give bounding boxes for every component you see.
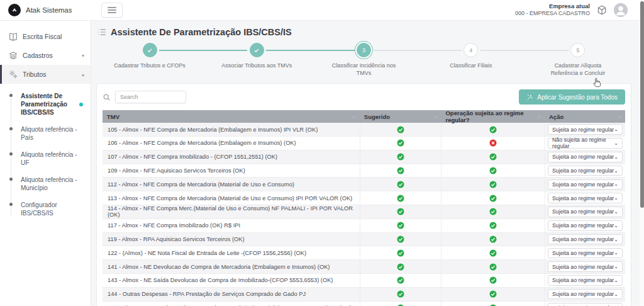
acao-select-value: Sujeita ao regime regular	[552, 127, 614, 133]
acao-select[interactable]: Sujeita ao regime regular⌄	[548, 261, 623, 272]
page-header: Assistente De Parametrização IBS/CBS/IS	[96, 27, 631, 37]
apply-suggestion-all-button[interactable]: Aplicar Sugestão para Todos	[519, 89, 625, 105]
content-card: Aplicar Sugestão para Todos TMV ↓↑ Suger…	[96, 83, 631, 306]
chevron-down-icon: ⌄	[614, 181, 618, 187]
chevron-down-icon: ⌄	[614, 292, 618, 297]
layers-icon	[8, 51, 18, 60]
check-circle-icon	[360, 246, 441, 259]
topbar: Atak Sistemas Empresa atual 000 - EMPRES…	[0, 0, 644, 21]
sidebar-toggle-button[interactable]	[101, 3, 123, 18]
acao-cell: Sujeita ao regime regular⌄	[545, 191, 625, 205]
step-label: Cadastrar Alíquota Referência e Concluir	[540, 62, 616, 77]
scrollbar-thumb[interactable]	[640, 1, 644, 208]
list-icon	[97, 28, 106, 36]
magic-wand-icon	[526, 94, 533, 101]
bullet-icon	[9, 127, 13, 130]
company-switch-icon[interactable]	[596, 4, 608, 16]
sidebar-item-escrita-fiscal[interactable]: Escrita Fiscal	[0, 27, 91, 46]
sidebar-subitem[interactable]: Aliquota referência - UF	[0, 146, 91, 171]
acao-select-value: Sujeita ao regime regular	[552, 264, 614, 270]
acao-cell: Não sujeita ao regime regular⌄	[545, 137, 625, 150]
tmv-cell: 143 - Almox - NE Saída Devolucao de Comp…	[103, 274, 360, 287]
check-circle-icon	[441, 246, 545, 259]
tmv-cell: 122 - (Almox) - NE Nota Fiscal de Entrad…	[103, 246, 360, 259]
column-header-operacao[interactable]: Operação sujeita ao regime regular? ↓↑	[441, 110, 545, 123]
acao-select[interactable]: Sujeita ao regime regular⌄	[548, 248, 623, 259]
check-circle-icon	[360, 233, 441, 246]
sidebar-subitem[interactable]: Aliquota referência - Município	[0, 171, 91, 196]
acao-cell: Sujeita ao regime regular⌄	[545, 288, 625, 301]
sidebar: Escrita Fiscal Cadastros ▾ Tributos ▴ As…	[0, 21, 91, 306]
acao-cell: Sujeita ao regime regular⌄	[545, 246, 625, 259]
wizard-step-3[interactable]: 3Classificar Incidência nos TMVs	[310, 43, 417, 77]
sort-icon[interactable]: ↓↑	[618, 115, 621, 119]
search-input[interactable]	[115, 91, 186, 103]
acao-select[interactable]: Sujeita ao regime regular⌄	[548, 166, 623, 176]
step-check-icon[interactable]	[250, 43, 264, 57]
table-row: 145 - Almox - NF Devolucao de Compra de …	[103, 302, 625, 306]
bullet-icon	[9, 178, 13, 181]
sidebar-subitem[interactable]: Aliquota referência - País	[0, 121, 91, 146]
acao-cell: Sujeita ao regime regular⌄	[545, 205, 625, 218]
step-number[interactable]: 5	[570, 43, 585, 57]
check-circle-icon	[360, 219, 441, 232]
wizard-step-5[interactable]: 5Cadastrar Alíquota Referência e Conclui…	[525, 43, 631, 77]
acao-cell: Sujeita ao regime regular⌄	[545, 123, 625, 136]
wizard-step-1[interactable]: Cadastrar Tributos e CFOPs	[96, 43, 203, 77]
table-row: 144 - Outras Despesas - RPA Prestação de…	[103, 288, 625, 302]
chevron-down-icon: ⌄	[614, 209, 618, 215]
acao-select[interactable]: Sujeita ao regime regular⌄	[548, 303, 623, 306]
acao-select[interactable]: Sujeita ao regime regular⌄	[548, 152, 623, 162]
user-avatar[interactable]	[614, 3, 628, 17]
acao-select-value: Sujeita ao regime regular	[552, 277, 614, 283]
acao-select[interactable]: Sujeita ao regime regular⌄	[548, 207, 623, 217]
sidebar-subitem-label: Aliquota referência - UF	[21, 150, 84, 167]
sidebar-subitem-label: Aliquota referência - Município	[21, 176, 84, 192]
column-header-tmv[interactable]: TMV ↓↑	[103, 113, 360, 120]
acao-cell: Sujeita ao regime regular⌄	[545, 219, 625, 232]
acao-cell: Sujeita ao regime regular⌄	[545, 302, 625, 306]
chevron-up-icon: ▴	[82, 72, 84, 77]
acao-select-value: Sujeita ao regime regular	[552, 222, 614, 229]
sort-icon[interactable]: ↓↑	[433, 115, 436, 119]
acao-select[interactable]: Sujeita ao regime regular⌄	[548, 275, 623, 286]
check-circle-icon	[441, 219, 545, 232]
brand: Atak Sistemas	[0, 4, 91, 16]
sidebar-subitem[interactable]: Assistente De Parametrização IBS/CBS/IS	[0, 88, 91, 121]
acao-select-value: Sujeita ao regime regular	[552, 195, 614, 201]
step-check-icon[interactable]	[143, 43, 157, 57]
acao-select[interactable]: Sujeita ao regime regular⌄	[548, 179, 623, 190]
company-value: 000 - EMPRESA CADASTRO	[515, 10, 590, 17]
chevron-down-icon: ⌄	[614, 250, 618, 256]
column-header-acao[interactable]: Ação ↓↑	[545, 113, 625, 120]
sort-icon[interactable]: ↓↑	[537, 115, 540, 119]
brand-name: Atak Sistemas	[26, 6, 72, 14]
check-circle-icon	[360, 164, 441, 178]
table-row: 105 - Almox - NFE Compra de Mercadoria (…	[103, 123, 625, 137]
card-toolbar: Aplicar Sugestão para Todos	[103, 89, 625, 105]
acao-select[interactable]: Sujeita ao regime regular⌄	[548, 220, 623, 231]
step-number[interactable]: 3	[357, 43, 371, 57]
acao-cell: Sujeita ao regime regular⌄	[545, 260, 625, 273]
wizard-step-2[interactable]: Associar Tributos aos TMVs	[203, 43, 310, 77]
acao-select[interactable]: Sujeita ao regime regular⌄	[548, 193, 623, 203]
check-circle-icon	[360, 274, 441, 287]
wizard-step-4[interactable]: 4Classificar Filiais	[418, 43, 525, 77]
acao-select[interactable]: Sujeita ao regime regular⌄	[548, 124, 623, 135]
sort-icon[interactable]: ↓↑	[352, 115, 355, 119]
acao-select-value: Sujeita ao regime regular	[552, 181, 614, 188]
acao-select[interactable]: Sujeita ao regime regular⌄	[548, 289, 623, 300]
acao-select[interactable]: Sujeita ao regime regular⌄	[548, 234, 623, 245]
step-number[interactable]: 4	[464, 43, 478, 57]
check-circle-icon	[441, 164, 545, 178]
sidebar-item-tributos[interactable]: Tributos ▴	[0, 65, 91, 84]
chevron-down-icon: ⌄	[614, 195, 618, 201]
acao-select[interactable]: Não sujeita ao regime regular⌄	[548, 138, 623, 149]
table-row: 112 - Almox - NFE Compra de Mercadoria (…	[103, 178, 625, 191]
table-body: 105 - Almox - NFE Compra de Mercadoria (…	[103, 123, 625, 306]
column-header-sugerido[interactable]: Sugerido ↓↑	[360, 113, 441, 120]
bullet-icon	[9, 152, 13, 156]
sidebar-subitem[interactable]: Configurador IBS/CBS/IS	[0, 196, 91, 222]
chevron-down-icon: ⌄	[614, 168, 618, 174]
sidebar-item-cadastros[interactable]: Cadastros ▾	[0, 46, 91, 65]
